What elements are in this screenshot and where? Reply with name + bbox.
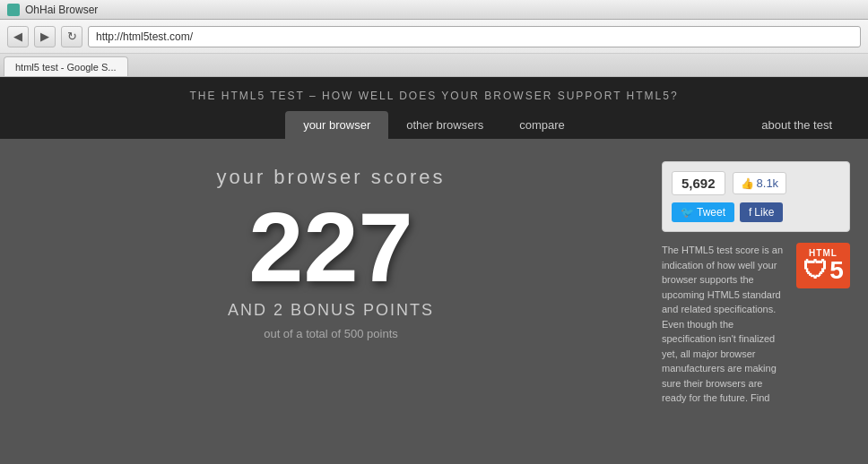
bonus-text: AND 2 BONUS POINTS bbox=[228, 301, 434, 320]
tab-label: html5 test - Google S... bbox=[15, 62, 117, 73]
forward-button[interactable]: ▶ bbox=[34, 26, 56, 47]
fb-like-label: Like bbox=[754, 206, 774, 219]
site-tagline: THE HTML5 TEST – HOW WELL DOES YOUR BROW… bbox=[0, 84, 868, 111]
html5-number-text: 5 bbox=[829, 258, 844, 283]
tab-compare[interactable]: compare bbox=[501, 111, 583, 139]
social-top: 5,692 👍 8.1k bbox=[672, 171, 840, 195]
social-buttons: 🐦 Tweet f Like bbox=[672, 202, 840, 222]
page-content: THE HTML5 TEST – HOW WELL DOES YOUR BROW… bbox=[0, 77, 868, 464]
score-title: your browser scores bbox=[216, 166, 445, 189]
refresh-button[interactable]: ↻ bbox=[61, 26, 82, 47]
share-count: 5,692 bbox=[672, 171, 725, 195]
tab-about-the-test[interactable]: about the test bbox=[743, 111, 850, 139]
site-header: THE HTML5 TEST – HOW WELL DOES YOUR BROW… bbox=[0, 77, 868, 139]
browser-tab[interactable]: html5 test - Google S... bbox=[4, 56, 128, 76]
window-icon bbox=[7, 4, 20, 16]
tab-your-browser[interactable]: your browser bbox=[285, 111, 388, 139]
twitter-icon: 🐦 bbox=[681, 206, 694, 219]
score-section: your browser scores 227 AND 2 BONUS POIN… bbox=[18, 157, 644, 446]
tab-bar: html5 test - Google S... bbox=[0, 54, 868, 77]
html5-shield-icon: 🛡 bbox=[803, 258, 828, 283]
fb-like-button[interactable]: f Like bbox=[740, 202, 783, 222]
facebook-icon: f bbox=[749, 206, 751, 219]
info-section: The HTML5 test score is an indication of… bbox=[662, 243, 850, 406]
window-title-text: OhHai Browser bbox=[25, 4, 98, 16]
info-text: The HTML5 test score is an indication of… bbox=[662, 243, 787, 406]
out-of-text: out of a total of 500 points bbox=[264, 327, 398, 340]
right-sidebar: 5,692 👍 8.1k 🐦 Tweet f Like bbox=[662, 157, 850, 446]
tweet-label: Tweet bbox=[697, 206, 725, 219]
address-bar[interactable] bbox=[88, 26, 861, 47]
fb-count-value: 8.1k bbox=[757, 176, 779, 190]
browser-toolbar: ◀ ▶ ↻ bbox=[0, 20, 868, 54]
tweet-button[interactable]: 🐦 Tweet bbox=[672, 202, 734, 222]
fb-like-count: 👍 8.1k bbox=[733, 172, 787, 194]
html5-logo: HTML 🛡 5 bbox=[796, 243, 850, 288]
score-number: 227 bbox=[248, 198, 413, 296]
tab-other-browsers[interactable]: other browsers bbox=[388, 111, 501, 139]
html5-logo-box: HTML 🛡 5 bbox=[796, 243, 850, 288]
main-area: your browser scores 227 AND 2 BONUS POIN… bbox=[0, 139, 868, 464]
back-button[interactable]: ◀ bbox=[7, 26, 29, 47]
fb-thumb-icon: 👍 bbox=[741, 177, 754, 190]
html5-logo-number: 🛡 5 bbox=[802, 258, 845, 283]
nav-tabs: your browser other browsers compare abou… bbox=[0, 111, 868, 139]
social-widget: 5,692 👍 8.1k 🐦 Tweet f Like bbox=[662, 161, 850, 232]
window-title-bar: OhHai Browser bbox=[0, 0, 868, 20]
